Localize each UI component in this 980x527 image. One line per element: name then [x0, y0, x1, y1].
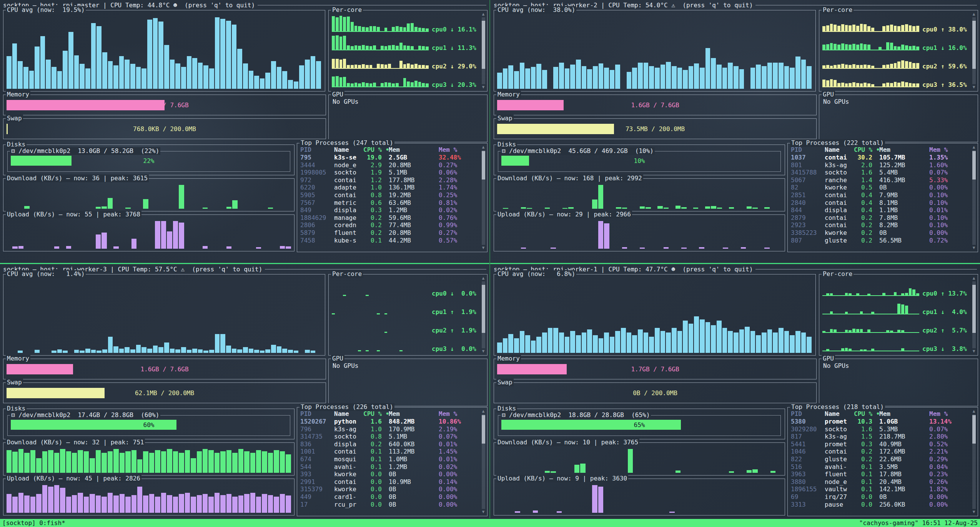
scrollbar-thumb[interactable]	[482, 21, 485, 69]
process-row[interactable]: 822gluste0.222.6MB0.29%	[788, 456, 970, 463]
process-row[interactable]: 1896155vaultw0.1142.1MB1.82%	[788, 485, 970, 493]
scrollbar-track[interactable]	[972, 414, 976, 509]
scrollbar-track[interactable]	[972, 150, 976, 245]
scroll-down-icon[interactable]: ▼	[973, 246, 975, 250]
scrollbar-thumb[interactable]	[972, 151, 976, 180]
scrollbar-track[interactable]	[482, 17, 485, 84]
per-core-scrollbar[interactable]: ▲ ▼	[971, 276, 977, 354]
process-row[interactable]: 2879contai0.27.8MB0.10%	[788, 214, 970, 222]
scrollbar-thumb[interactable]	[482, 415, 485, 444]
process-row[interactable]: 5905contai0.819.2MB0.25%	[297, 191, 479, 199]
scroll-up-icon[interactable]: ▲	[973, 12, 975, 17]
process-row[interactable]: 5380promet10.31.0GB13.14%	[788, 418, 970, 426]
process-scrollbar[interactable]: ▲ ▼	[481, 409, 486, 514]
scrollbar-thumb[interactable]	[972, 21, 976, 69]
process-row[interactable]: 1998005sockto1.95.1MB0.06%	[297, 169, 479, 176]
scroll-up-icon[interactable]: ▲	[482, 409, 485, 414]
scroll-down-icon[interactable]: ▼	[482, 349, 485, 354]
process-row[interactable]: 17rcu_pr0.00B0.00%	[297, 501, 479, 509]
scrollbar-thumb[interactable]	[972, 285, 976, 333]
process-row[interactable]: 314735sockto0.85.1MB0.07%	[297, 433, 479, 441]
scroll-up-icon[interactable]: ▲	[482, 276, 485, 281]
process-row[interactable]: 315379kworke0.00B0.00%	[297, 485, 479, 493]
scrollbar-track[interactable]	[482, 281, 485, 348]
scroll-down-icon[interactable]: ▼	[482, 510, 485, 514]
process-row[interactable]: 836displa0.2640.0KB0.01%	[297, 441, 479, 448]
process-row[interactable]: 5067ranche1.4416.3MB5.33%	[788, 176, 970, 184]
process-row[interactable]: 972contai1.2177.8MB2.28%	[297, 176, 479, 184]
bar	[232, 453, 237, 473]
process-row[interactable]: 69irq/270.00B0.00%	[788, 493, 970, 501]
status-session-label[interactable]: [socktop] 0:fish*	[2, 519, 65, 527]
process-row[interactable]: 844displa0.41.1MB0.01%	[788, 206, 970, 214]
process-row[interactable]: 3880node_e0.120.4MB0.26%	[788, 478, 970, 486]
process-row[interactable]: 7567metric0.663.6MB0.81%	[297, 199, 479, 207]
bar	[407, 46, 410, 50]
per-core-scrollbar[interactable]: ▲ ▼	[971, 12, 977, 90]
scrollbar-track[interactable]	[972, 281, 976, 348]
process-row[interactable]: 7458kube-s0.144.2MB0.57%	[297, 237, 479, 244]
process-row[interactable]: 807gluste0.256.5MB0.72%	[788, 237, 970, 244]
process-row[interactable]: 2840contai0.48.1MB0.10%	[788, 199, 970, 207]
process-row[interactable]: 1001contai0.1113.2MB1.45%	[297, 448, 479, 456]
scrollbar-thumb[interactable]	[972, 415, 976, 444]
process-scrollbar[interactable]: ▲ ▼	[971, 409, 977, 514]
scrollbar-track[interactable]	[972, 17, 976, 84]
process-row[interactable]: 1046contai0.2172.6MB2.21%	[788, 448, 970, 456]
bar	[362, 64, 365, 68]
scroll-up-icon[interactable]: ▲	[482, 12, 485, 17]
bar	[762, 332, 767, 353]
bar	[822, 65, 825, 68]
process-row[interactable]: 796k3s-ag1.0170.9MB2.19%	[297, 426, 479, 433]
scrollbar-thumb[interactable]	[482, 151, 485, 180]
process-row[interactable]: 82kworke0.50B0.00%	[788, 184, 970, 191]
process-row[interactable]: 1884629manage0.259.6MB0.76%	[297, 214, 479, 222]
process-row[interactable]: 817k3s-ag1.5218.7MB2.80%	[788, 433, 970, 441]
process-row[interactable]: 5879fluent0.220.8MB0.27%	[297, 229, 479, 237]
process-row[interactable]: 849displa0.31.2MB0.02%	[297, 206, 479, 214]
process-row[interactable]: 2991contai0.010.9MB0.14%	[297, 478, 479, 486]
process-row[interactable]: 2806coredn0.277.4MB0.99%	[297, 221, 479, 229]
scroll-up-icon[interactable]: ▲	[482, 145, 485, 150]
scroll-down-icon[interactable]: ▼	[973, 510, 975, 514]
process-row[interactable]: 516avahi-0.13.5MB0.04%	[788, 463, 970, 471]
process-scrollbar[interactable]: ▲ ▼	[481, 145, 486, 250]
pane-divider-vertical[interactable]	[489, 0, 490, 518]
process-pcpu: 0.4	[854, 199, 879, 207]
per-core-scrollbar[interactable]: ▲ ▼	[481, 276, 486, 354]
process-row[interactable]: 3029280sockto1.65.3MB0.07%	[788, 426, 970, 433]
process-row[interactable]: 544avahi-0.11.2MB0.02%	[297, 463, 479, 471]
bar	[131, 450, 136, 473]
process-row[interactable]: 3963fluent0.117.8MB0.23%	[788, 470, 970, 478]
process-scrollbar[interactable]: ▲ ▼	[971, 145, 977, 250]
process-row[interactable]: 449card1-0.00B0.00%	[297, 493, 479, 501]
scrollbar-track[interactable]	[482, 150, 485, 245]
process-row[interactable]: 801k3s-ag2.0125.2MB1.60%	[788, 161, 970, 169]
per-core-scrollbar[interactable]: ▲ ▼	[481, 12, 486, 90]
process-row[interactable]: 795k3s-se19.02.5GB32.48%	[297, 154, 479, 161]
scroll-down-icon[interactable]: ▼	[482, 246, 485, 250]
process-row[interactable]: 393kworke0.00B0.00%	[297, 470, 479, 478]
scrollbar-track[interactable]	[482, 414, 485, 509]
bar	[856, 26, 859, 31]
process-pmem: 59.6MB	[389, 214, 439, 222]
scroll-down-icon[interactable]: ▼	[973, 85, 975, 90]
process-row[interactable]: 1520267python1.6848.2MB10.86%	[297, 418, 479, 426]
process-row[interactable]: 1037contai30.2105.7MB1.35%	[788, 154, 970, 161]
process-row[interactable]: 674mosqui0.11.0MB0.01%	[297, 456, 479, 463]
scroll-up-icon[interactable]: ▲	[973, 276, 975, 281]
scrollbar-thumb[interactable]	[482, 285, 485, 333]
bar	[764, 207, 769, 209]
process-row[interactable]: 5441promet0.340.9MB0.52%	[788, 441, 970, 448]
process-row[interactable]: 2923contai0.28.2MB0.10%	[788, 221, 970, 229]
process-row[interactable]: 3313pause0.0256.0KB0.00%	[788, 501, 970, 509]
process-row[interactable]: 2851contai0.47.9MB0.10%	[788, 191, 970, 199]
scroll-down-icon[interactable]: ▼	[482, 85, 485, 90]
scroll-down-icon[interactable]: ▼	[973, 349, 975, 354]
scroll-up-icon[interactable]: ▲	[973, 145, 975, 150]
process-row[interactable]: 3415788sockto1.65.4MB0.07%	[788, 169, 970, 176]
process-row[interactable]: 6220adapte1.0136.1MB1.74%	[297, 184, 479, 191]
scroll-up-icon[interactable]: ▲	[973, 409, 975, 414]
process-row[interactable]: 3385223kworke0.20B0.00%	[788, 229, 970, 237]
process-row[interactable]: 3444node_e2.920.8MB0.27%	[297, 161, 479, 169]
